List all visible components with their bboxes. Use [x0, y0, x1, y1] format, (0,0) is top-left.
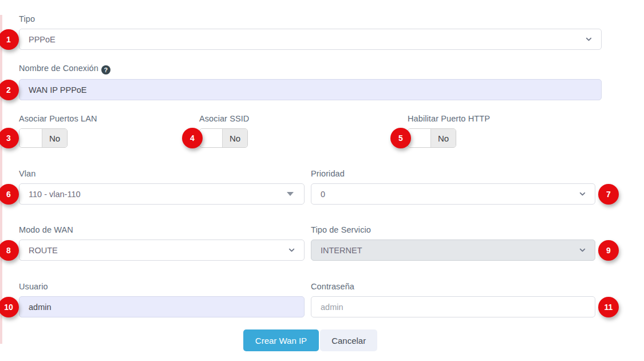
form-actions: Crear Wan IP Cancelar [19, 329, 602, 351]
row-modo-servicio: Modo de WAN 8 ROUTE Tipo de Servicio 9 I… [19, 225, 602, 261]
field-group-puerto-http: Habilitar Puerto HTTP 5 No [408, 113, 490, 148]
annotation-badge-8: 8 [0, 240, 19, 261]
usuario-label: Usuario [19, 281, 305, 292]
modo-wan-select-value: ROUTE [29, 246, 58, 255]
annotation-badge-5: 5 [390, 128, 411, 148]
annotation-badge-11: 11 [598, 297, 619, 317]
tipo-select-value: PPPoE [29, 35, 56, 44]
field-group-contrasena: Contraseña 11 [311, 281, 595, 317]
left-edge-strip [0, 15, 2, 344]
chevron-down-icon [287, 246, 296, 254]
annotation-badge-1: 1 [0, 29, 19, 50]
modo-wan-select[interactable]: ROUTE [19, 240, 305, 261]
nombre-label: Nombre de Conexión? [19, 63, 602, 74]
vlan-select-value: 110 - vlan-110 [29, 190, 81, 199]
row-credenciales: Usuario 10 Contraseña 11 [19, 281, 602, 317]
wan-create-form: Tipo 1 PPPoE Nombre de Conexión? 2 Asoci… [19, 14, 602, 351]
chevron-down-icon [578, 246, 587, 254]
asociar-ssid-label: Asociar SSID [199, 113, 249, 124]
help-icon[interactable]: ? [101, 65, 110, 74]
tipo-select[interactable]: PPPoE [19, 29, 602, 50]
prioridad-label: Prioridad [311, 168, 595, 179]
tipo-servicio-select-value: INTERNET [321, 246, 362, 255]
annotation-badge-2: 2 [0, 80, 19, 100]
modo-wan-label: Modo de WAN [19, 225, 305, 235]
vlan-select[interactable]: 110 - vlan-110 [19, 183, 305, 205]
nombre-input-box [19, 79, 602, 100]
crear-wan-ip-button[interactable]: Crear Wan IP [243, 329, 319, 351]
toggle-knob [19, 129, 42, 147]
tipo-label: Tipo [19, 14, 602, 24]
annotation-badge-10: 10 [0, 297, 19, 317]
asociar-lan-label: Asociar Puertos LAN [19, 113, 97, 124]
contrasena-label: Contraseña [311, 281, 595, 292]
triangle-down-icon [287, 192, 294, 196]
asociar-ssid-toggle[interactable]: No [199, 128, 248, 148]
chevron-down-icon [584, 35, 593, 44]
usuario-input-box [19, 296, 305, 317]
annotation-badge-6: 6 [0, 184, 19, 205]
field-group-usuario: Usuario 10 [19, 281, 305, 317]
nombre-input[interactable] [29, 85, 593, 95]
asociar-lan-toggle[interactable]: No [19, 128, 68, 148]
prioridad-select[interactable]: 0 [311, 183, 595, 205]
prioridad-select-value: 0 [321, 190, 325, 199]
field-group-nombre: Nombre de Conexión? 2 [19, 63, 602, 100]
contrasena-input[interactable] [321, 303, 587, 312]
annotation-badge-7: 7 [598, 184, 619, 205]
row-vlan-prioridad: Vlan 6 110 - vlan-110 Prioridad 7 0 [19, 168, 602, 205]
toggle-state-label: No [42, 129, 67, 147]
contrasena-input-box [311, 296, 595, 317]
cancelar-button[interactable]: Cancelar [320, 329, 377, 351]
chevron-down-icon [578, 190, 587, 198]
puerto-http-label: Habilitar Puerto HTTP [408, 113, 490, 124]
toggle-knob [200, 129, 223, 147]
field-group-modo-wan: Modo de WAN 8 ROUTE [19, 225, 305, 261]
toggle-row: Asociar Puertos LAN 3 No Asociar SSID 4 … [19, 113, 602, 148]
tipo-servicio-select: INTERNET [311, 240, 595, 261]
field-group-prioridad: Prioridad 7 0 [311, 168, 595, 205]
field-group-tipo-servicio: Tipo de Servicio 9 INTERNET [311, 225, 595, 261]
field-group-tipo: Tipo 1 PPPoE [19, 14, 602, 50]
annotation-badge-3: 3 [0, 128, 19, 148]
toggle-knob [408, 129, 431, 147]
field-group-asociar-ssid: Asociar SSID 4 No [199, 113, 249, 148]
tipo-servicio-label: Tipo de Servicio [311, 225, 595, 235]
usuario-input[interactable] [29, 303, 296, 312]
annotation-badge-4: 4 [182, 128, 203, 148]
vlan-label: Vlan [19, 168, 305, 179]
toggle-state-label: No [223, 129, 247, 147]
toggle-state-label: No [431, 129, 456, 147]
puerto-http-toggle[interactable]: No [408, 128, 456, 148]
annotation-badge-9: 9 [598, 240, 619, 261]
field-group-vlan: Vlan 6 110 - vlan-110 [19, 168, 305, 205]
field-group-asociar-lan: Asociar Puertos LAN 3 No [19, 113, 97, 148]
nombre-label-text: Nombre de Conexión [19, 64, 98, 73]
